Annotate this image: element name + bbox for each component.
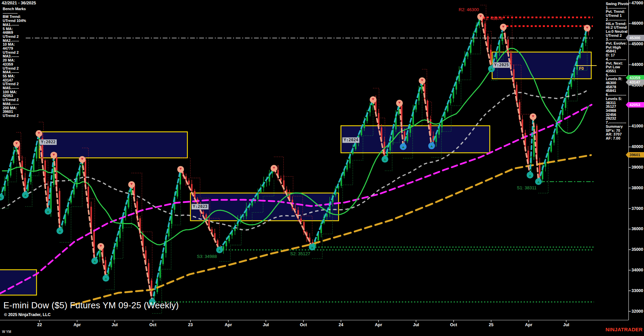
swing-line: 34988: [606, 109, 629, 113]
price-axis-label: 36000: [631, 226, 643, 231]
bench-line: MA1.------: [3, 23, 26, 27]
price-axis-label: 40000: [631, 144, 643, 149]
swing-line: 43551: [606, 69, 629, 73]
time-axis-label: Apr: [375, 322, 382, 327]
bench-line: 55 MA:: [3, 74, 26, 78]
bench-line: MA5.------: [3, 86, 26, 90]
swing-line: 46300: [606, 81, 629, 85]
swing-pivots-panel: Swing Pivots1.--------------Pvt. Trend:U…: [606, 2, 629, 141]
swing-line: Swing Pivots: [606, 2, 629, 6]
ninjatrader-logo: NINJATRADER: [605, 327, 643, 332]
price-axis-label: 33000: [631, 288, 643, 293]
time-axis-label: 25: [489, 322, 493, 327]
support-label: S2: 35127: [290, 251, 310, 256]
time-axis-label: 23: [188, 322, 193, 327]
time-axis-label: Apr: [73, 322, 81, 327]
price-axis-label: 39000: [631, 165, 643, 170]
time-axis-label: Oct: [150, 322, 157, 327]
series-interval-label: W YM: [2, 330, 11, 334]
time-axis-label: Oct: [300, 322, 307, 327]
moving-averages: [0, 48, 592, 305]
price-tag: 45300: [626, 35, 644, 41]
swing-line: Summary: [606, 125, 629, 129]
year-box-label: Y:2024: [342, 137, 360, 143]
bench-line: UTrend 2: [3, 35, 26, 39]
time-axis-label: Jul: [413, 322, 419, 327]
price-chart[interactable]: [0, 0, 644, 336]
support-label: S1: 38311: [517, 185, 536, 190]
bench-line: 43359: [3, 63, 26, 67]
price-tag: 39601: [626, 152, 644, 158]
time-axis-label: 22: [37, 322, 42, 327]
ninjatrader-chart-window: 42/2021 - 36/2025 Bench Marks-----------…: [0, 0, 644, 336]
price-axis-label: 35000: [631, 247, 643, 252]
chart-title: E-mini Dow ($5) Futures YM 09-25 (Weekly…: [3, 300, 179, 311]
swing-line: AF: 7.00: [606, 137, 629, 141]
time-axis-label: Apr: [525, 322, 532, 327]
bench-marks-panel: Bench Marks------------BM Trend:UTrend 1…: [3, 7, 26, 118]
price-tag: 42053: [626, 102, 644, 107]
bench-line: UTrend 2: [3, 114, 26, 118]
year-box-label: Y:2022: [40, 139, 57, 145]
time-axis-label: 24: [339, 322, 343, 327]
time-axis-label: Apr: [225, 322, 232, 327]
time-axis-label: Oct: [450, 322, 457, 327]
year-box: [39, 132, 187, 158]
swing-line: 4.--------------: [606, 57, 629, 62]
swing-line: Lo:0 Neutral: [606, 30, 629, 34]
year-box-label: Y:2023: [191, 204, 209, 210]
year-box-label: Y:2025: [493, 62, 510, 68]
bench-line: 44779: [3, 47, 26, 51]
swing-line: 2.--------------: [606, 18, 629, 22]
swing-line: Levels S:: [606, 97, 629, 101]
year-box: [190, 193, 339, 221]
time-axis-label: Jul: [263, 322, 269, 327]
price-axis-label: 45000: [631, 42, 643, 46]
price-axis-label: 38000: [631, 186, 643, 190]
price-axis-label: 44000: [631, 62, 643, 67]
time-axis-label: Jul: [563, 322, 569, 327]
year-box: [341, 126, 490, 153]
copyright-notice: © 2025 NinjaTrader, LLC: [4, 312, 51, 317]
price-axis-label: 46000: [631, 21, 643, 26]
resistance-label: R1: 45878: [482, 16, 503, 21]
price-axis-label: 47000: [631, 1, 643, 5]
support-label: S3: 34988: [197, 254, 217, 259]
price-axis-label: 37000: [631, 206, 643, 211]
price-axis-label: 41000: [631, 124, 643, 128]
swing-line: Pvt. Evolve:: [606, 42, 629, 46]
ma200-line: [73, 155, 591, 305]
time-axis-label: Jul: [112, 322, 118, 327]
price-tag: 43147: [626, 79, 644, 85]
bench-line: MA6.------: [3, 102, 26, 106]
resistance-label: R2: 46300: [459, 7, 479, 12]
fib-label: F0: [579, 66, 584, 71]
data-series-range: 42/2021 - 36/2025: [2, 1, 36, 5]
bench-line: Bench Marks: [3, 7, 26, 11]
price-axis-label: 34000: [631, 268, 643, 272]
price-axis-label: 32000: [631, 309, 643, 314]
